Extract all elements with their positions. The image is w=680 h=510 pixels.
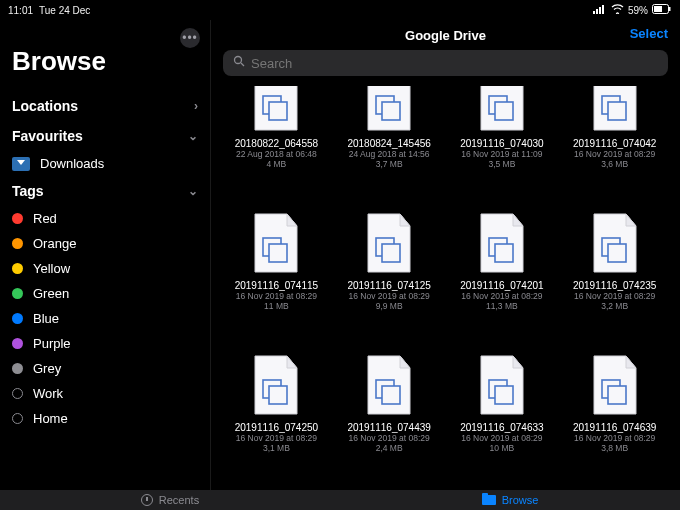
tag-dot-icon (12, 213, 23, 224)
file-item[interactable]: 20191116_07412516 Nov 2019 at 08:299,9 M… (338, 210, 441, 348)
file-name: 20191116_074201 (460, 280, 543, 291)
search-input[interactable] (223, 50, 668, 76)
file-name: 20191116_074633 (460, 422, 543, 433)
file-item[interactable]: 20180822_06455822 Aug 2018 at 06:484 MB (225, 84, 328, 206)
ellipsis-icon: ••• (182, 31, 198, 45)
tag-dot-icon (12, 238, 23, 249)
file-item[interactable]: 20191116_07420116 Nov 2019 at 08:2911,3 … (451, 210, 554, 348)
tab-bar: Recents Browse (0, 490, 680, 510)
svg-rect-30 (495, 386, 513, 404)
document-icon (588, 86, 642, 134)
signal-icon (593, 4, 607, 16)
file-size: 3,2 MB (601, 301, 628, 311)
section-label: Favourites (12, 128, 83, 144)
svg-rect-26 (269, 386, 287, 404)
sidebar-tag-item[interactable]: Yellow (10, 256, 200, 281)
file-name: 20191116_074042 (573, 138, 656, 149)
file-item[interactable]: 20191116_07463916 Nov 2019 at 08:293,8 M… (563, 352, 666, 490)
file-item[interactable]: 20191116_07404216 Nov 2019 at 08:293,6 M… (563, 84, 666, 206)
sidebar-tag-item[interactable]: Red (10, 206, 200, 231)
svg-rect-10 (269, 102, 287, 120)
file-item[interactable]: 20191116_07423516 Nov 2019 at 08:293,2 M… (563, 210, 666, 348)
document-icon (475, 212, 529, 276)
svg-point-7 (235, 57, 242, 64)
sidebar-item-label: Yellow (33, 261, 70, 276)
file-date: 24 Aug 2018 at 14:56 (349, 149, 430, 159)
file-size: 2,4 MB (376, 443, 403, 453)
status-bar: 11:01 Tue 24 Dec 59% (0, 0, 680, 20)
sidebar-tag-item[interactable]: Grey (10, 356, 200, 381)
downloads-folder-icon (12, 157, 30, 171)
file-date: 16 Nov 2019 at 08:29 (574, 433, 655, 443)
file-date: 16 Nov 2019 at 11:09 (461, 149, 542, 159)
sidebar-tag-item[interactable]: Purple (10, 331, 200, 356)
folder-icon (482, 495, 496, 505)
tag-dot-icon (12, 263, 23, 274)
sidebar-item-label: Orange (33, 236, 76, 251)
file-name: 20191116_074125 (347, 280, 430, 291)
file-item[interactable]: 20191116_07443916 Nov 2019 at 08:292,4 M… (338, 352, 441, 490)
svg-rect-32 (608, 386, 626, 404)
file-size: 3,8 MB (601, 443, 628, 453)
tab-browse[interactable]: Browse (340, 490, 680, 510)
sidebar-tag-item[interactable]: Work (10, 381, 200, 406)
svg-rect-20 (382, 244, 400, 262)
tag-dot-icon (12, 338, 23, 349)
file-name: 20191116_074030 (460, 138, 543, 149)
sidebar-tag-item[interactable]: Blue (10, 306, 200, 331)
tab-label: Browse (502, 494, 539, 506)
svg-rect-1 (596, 9, 598, 14)
section-favourites[interactable]: Favourites ⌄ (10, 121, 200, 151)
file-size: 3,6 MB (601, 159, 628, 169)
file-item[interactable]: 20191116_07403016 Nov 2019 at 11:093,5 M… (451, 84, 554, 206)
file-date: 22 Aug 2018 at 06:48 (236, 149, 317, 159)
svg-rect-0 (593, 11, 595, 14)
sidebar: ••• Browse Locations › Favourites ⌄ Down… (0, 20, 210, 490)
sidebar-item-label: Home (33, 411, 68, 426)
file-item[interactable]: 20191116_07463316 Nov 2019 at 08:2910 MB (451, 352, 554, 490)
file-name: 20180822_064558 (235, 138, 318, 149)
content-area: Google Drive Select 20180822_06455822 Au… (210, 20, 680, 490)
sidebar-item-label: Work (33, 386, 63, 401)
more-button[interactable]: ••• (180, 28, 200, 48)
sidebar-tag-item[interactable]: Home (10, 406, 200, 431)
sidebar-item-label: Red (33, 211, 57, 226)
document-icon (588, 354, 642, 418)
svg-rect-2 (599, 7, 601, 14)
wifi-icon (611, 4, 624, 16)
file-size: 3,5 MB (488, 159, 515, 169)
file-date: 16 Nov 2019 at 08:29 (574, 291, 655, 301)
tab-label: Recents (159, 494, 199, 506)
sidebar-item-downloads[interactable]: Downloads (10, 151, 200, 176)
file-item[interactable]: 20180824_14545624 Aug 2018 at 14:563,7 M… (338, 84, 441, 206)
tab-recents[interactable]: Recents (0, 490, 340, 510)
section-tags[interactable]: Tags ⌄ (10, 176, 200, 206)
document-icon (475, 86, 529, 134)
tag-open-icon (12, 413, 23, 424)
chevron-right-icon: › (194, 99, 198, 113)
svg-rect-28 (382, 386, 400, 404)
document-icon (362, 212, 416, 276)
file-size: 3,1 MB (263, 443, 290, 453)
svg-rect-22 (495, 244, 513, 262)
section-label: Tags (12, 183, 44, 199)
status-date: Tue 24 Dec (39, 5, 90, 16)
file-size: 11 MB (264, 301, 289, 311)
file-item[interactable]: 20191116_07425016 Nov 2019 at 08:293,1 M… (225, 352, 328, 490)
sidebar-item-label: Purple (33, 336, 71, 351)
select-button[interactable]: Select (630, 26, 668, 41)
file-date: 16 Nov 2019 at 08:29 (236, 291, 317, 301)
tag-dot-icon (12, 313, 23, 324)
sidebar-tag-item[interactable]: Orange (10, 231, 200, 256)
sidebar-item-label: Downloads (40, 156, 104, 171)
section-locations[interactable]: Locations › (10, 91, 200, 121)
file-size: 9,9 MB (376, 301, 403, 311)
file-item[interactable]: 20191116_07411516 Nov 2019 at 08:2911 MB (225, 210, 328, 348)
section-label: Locations (12, 98, 78, 114)
file-name: 20191116_074439 (347, 422, 430, 433)
file-name: 20191116_074639 (573, 422, 656, 433)
sidebar-tag-item[interactable]: Green (10, 281, 200, 306)
clock-icon (141, 494, 153, 506)
file-name: 20191116_074250 (235, 422, 318, 433)
tag-dot-icon (12, 363, 23, 374)
